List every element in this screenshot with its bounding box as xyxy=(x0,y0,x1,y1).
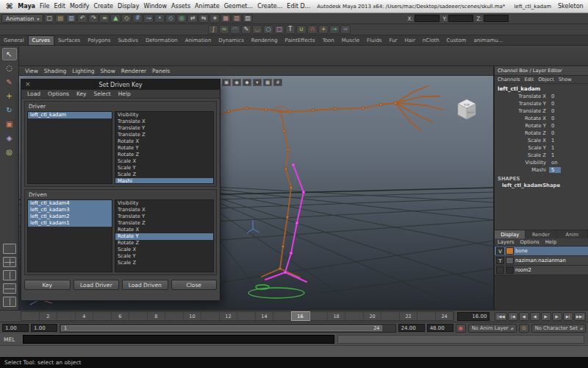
outliner-persp-layout-button[interactable] xyxy=(3,297,16,307)
axis-input-x[interactable] xyxy=(415,15,440,22)
driver-object-left-ctl-kadam[interactable]: left_ctl_kadam xyxy=(28,112,112,118)
panel-menu-lighting[interactable]: Lighting xyxy=(70,68,96,74)
panel-menu-shading[interactable]: Shading xyxy=(42,68,68,74)
shape-node-name[interactable]: left_ctl_kadamShape xyxy=(495,182,588,188)
layer-row-room2[interactable]: room2 xyxy=(495,266,588,275)
layer-row-naziman-nazianman[interactable]: Tnaziman:nazianman xyxy=(495,256,588,266)
select-by-object-icon[interactable]: ▲ xyxy=(110,14,121,23)
driver-attribute-translate-z[interactable]: Translate Z xyxy=(115,132,213,138)
driven-object-left-ctl-kadam3[interactable]: left_ctl_kadam3 xyxy=(28,207,112,213)
timeline-frame-20[interactable]: 20 xyxy=(364,312,382,320)
time-slider-track[interactable]: 24681012141618202224 xyxy=(21,311,454,321)
snap-to-point-icon[interactable]: • xyxy=(154,14,165,23)
shelf-tab-rendering[interactable]: Rendering xyxy=(248,35,282,45)
soft-modification-tool[interactable]: ◎ xyxy=(2,146,17,158)
universal-manipulator-tool[interactable]: ◈ xyxy=(2,132,17,144)
timeline-frame-14[interactable]: 14 xyxy=(256,312,274,320)
channel-value[interactable]: 0 xyxy=(549,101,561,107)
snap-to-plane-icon[interactable]: ◇ xyxy=(165,14,176,23)
menu-animate[interactable]: Animate xyxy=(193,3,222,10)
shelf-tab-deformation[interactable]: Deformation xyxy=(142,35,182,45)
paint-select-tool[interactable]: ✎ xyxy=(2,76,17,88)
playback-end-field[interactable]: 24.00 xyxy=(398,324,425,332)
shelf-tab-toon[interactable]: Toon xyxy=(319,35,338,45)
menu-assets[interactable]: Assets xyxy=(169,3,193,10)
apple-menu-icon[interactable]: ⌘ xyxy=(3,2,15,10)
menu-set-selector[interactable]: Animation ▾ xyxy=(1,14,43,23)
sdk-button-load-driver[interactable]: Load Driver xyxy=(74,280,120,290)
play-forwards-button[interactable]: ▶ xyxy=(541,312,551,321)
timeline-frame-19[interactable] xyxy=(345,312,364,320)
driven-attribute-rotate-z[interactable]: Rotate Z xyxy=(115,240,213,247)
driver-attribute-scale-z[interactable]: Scale Z xyxy=(115,171,213,178)
construction-history-icon[interactable]: ∗ xyxy=(209,14,220,23)
channel-box-header[interactable]: Channel Box / Layer Editor xyxy=(495,66,588,76)
shelf-tab-fluids[interactable]: Fluids xyxy=(363,35,385,45)
timeline-frame-24[interactable]: 24 xyxy=(436,312,454,320)
layer-color-swatch[interactable] xyxy=(506,257,514,264)
sdk-button-key[interactable]: Key xyxy=(24,280,71,290)
single-pane-layout-button[interactable] xyxy=(3,244,16,254)
lock-camera-icon[interactable]: ◉ xyxy=(232,79,241,86)
layer-menu-layers[interactable]: Layers xyxy=(498,239,514,245)
range-slider-bar[interactable]: 1 24 xyxy=(61,325,382,331)
grid-toggle-icon[interactable]: # xyxy=(273,79,282,86)
shelf-tab-animamu[interactable]: animamu... xyxy=(470,35,506,45)
driven-attribute-translate-z[interactable]: Translate Z xyxy=(115,220,213,227)
open-scene-icon[interactable]: ▤ xyxy=(55,14,65,23)
shelf-tab-subdivs[interactable]: Subdivs xyxy=(114,35,142,45)
timeline-frame-5[interactable] xyxy=(93,312,112,320)
menu-edit[interactable]: Edit xyxy=(51,3,68,10)
anim-layer-selector[interactable]: No Anim Layer ▴▾ xyxy=(468,324,517,333)
render-settings-icon[interactable]: ▨ xyxy=(243,14,253,23)
text-tool-icon[interactable]: T xyxy=(285,25,295,34)
driver-attribute-rotate-x[interactable]: Rotate X xyxy=(115,138,213,145)
driven-attribute-scale-z[interactable]: Scale Z xyxy=(115,260,213,266)
lasso-select-tool[interactable]: ◌ xyxy=(2,62,17,74)
sdk-button-load-driven[interactable]: Load Driven xyxy=(122,280,168,290)
driven-attribute-rotate-x[interactable]: Rotate X xyxy=(115,227,213,233)
offset-curve-icon[interactable]: ≈ xyxy=(340,25,351,34)
animation-end-field[interactable]: 48.00 xyxy=(427,324,453,332)
layer-editor-tab-display[interactable]: Display xyxy=(495,230,526,238)
layer-menu-options[interactable]: Options xyxy=(520,239,539,245)
timeline-frame-15[interactable] xyxy=(273,312,292,320)
undo-icon[interactable]: ↶ xyxy=(77,14,87,23)
channelbox-menu-channels[interactable]: Channels xyxy=(498,77,520,82)
shelf-tab-polygons[interactable]: Polygons xyxy=(84,35,114,45)
timeline-frame-16[interactable]: 16 xyxy=(292,312,310,320)
auto-keyframe-toggle-icon[interactable]: ● xyxy=(456,324,466,333)
driver-attribute-translate-y[interactable]: Translate Y xyxy=(115,125,213,132)
snap-to-curve-icon[interactable]: ↝ xyxy=(143,14,154,23)
go-to-start-button[interactable]: |◀◀ xyxy=(495,312,506,321)
driver-attribute-scale-y[interactable]: Scale Y xyxy=(115,165,213,171)
attach-curves-icon[interactable]: ∪ xyxy=(296,25,306,34)
range-slider[interactable]: 1 24 xyxy=(60,324,396,333)
channel-value[interactable]: 0 xyxy=(549,108,561,114)
ep-curve-tool-icon[interactable]: ≈ xyxy=(219,25,229,34)
render-current-frame-icon[interactable]: ▦ xyxy=(220,14,231,23)
driven-object-left-ctl-kadam4[interactable]: left_ctl_kadam4 xyxy=(28,200,112,207)
output-connections-icon[interactable]: ⇆ xyxy=(198,14,209,23)
channel-value[interactable]: 0 xyxy=(549,130,561,136)
bezier-curve-tool-icon[interactable]: ◠ xyxy=(230,25,240,34)
layer-editor-tab-render[interactable]: Render xyxy=(526,230,556,238)
camera-attributes-icon[interactable]: ◆ xyxy=(243,79,251,86)
timeline-frame-6[interactable]: 6 xyxy=(112,312,130,320)
driver-attribute-mashi[interactable]: Mashi xyxy=(115,178,213,184)
layer-row-bone[interactable]: Vbone xyxy=(495,247,588,256)
driver-attribute-rotate-y[interactable]: Rotate Y xyxy=(115,145,213,152)
shelf-tab-muscle[interactable]: Muscle xyxy=(338,35,363,45)
timeline-frame-8[interactable]: 8 xyxy=(148,312,166,320)
menu-create[interactable]: Create... xyxy=(255,3,284,10)
driven-object-left-ctl-kadam1[interactable]: left_ctl_kadam1 xyxy=(28,220,112,227)
arc-tool-icon[interactable]: ◡ xyxy=(252,25,262,34)
channel-value[interactable]: 5 xyxy=(549,167,561,173)
driven-attribute-translate-x[interactable]: Translate X xyxy=(115,207,213,213)
shelf-tab-dynamics[interactable]: Dynamics xyxy=(215,35,248,45)
animation-start-field[interactable]: 1.00 xyxy=(2,324,29,332)
panel-menu-panels[interactable]: Panels xyxy=(150,68,172,74)
driven-attribute-scale-y[interactable]: Scale Y xyxy=(115,253,213,260)
save-scene-icon[interactable]: ▥ xyxy=(66,14,76,23)
four-pane-layout-button[interactable] xyxy=(3,257,16,267)
